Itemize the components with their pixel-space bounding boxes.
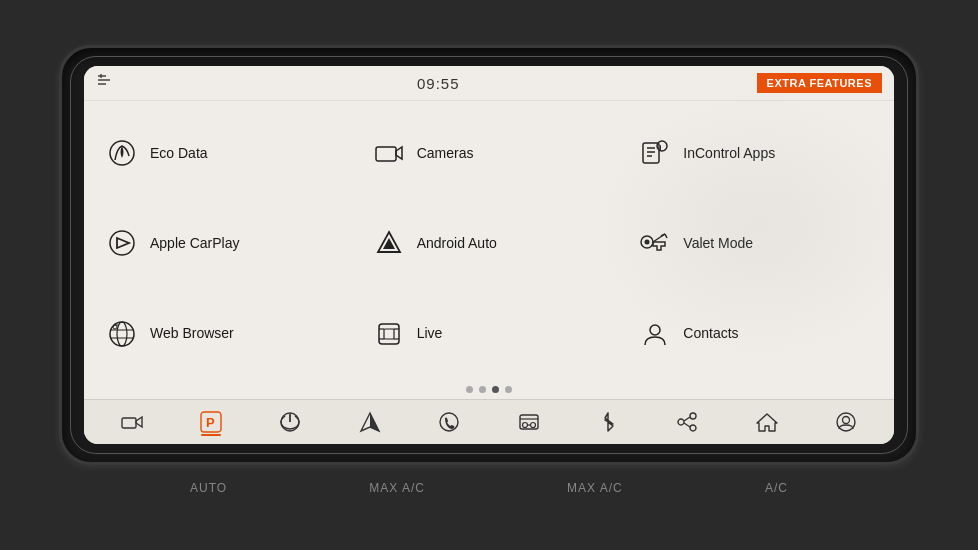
svg-point-34 bbox=[650, 325, 660, 335]
nav-media[interactable] bbox=[510, 406, 548, 438]
svg-marker-54 bbox=[757, 414, 777, 431]
incontrol-apps-item[interactable]: i InControl Apps bbox=[623, 109, 888, 197]
clock-display: 09:55 bbox=[417, 75, 460, 92]
parking-nav-icon: P bbox=[200, 411, 222, 433]
max-ac-label-1: MAX A/C bbox=[369, 481, 425, 495]
incontrol-apps-label: InControl Apps bbox=[683, 145, 775, 162]
connect-nav-icon bbox=[676, 411, 698, 433]
bottom-navigation-bar: P bbox=[84, 399, 894, 444]
ac-label: A/C bbox=[765, 481, 788, 495]
valet-mode-item[interactable]: Valet Mode bbox=[623, 199, 888, 287]
nav-phone[interactable] bbox=[430, 406, 468, 438]
live-item[interactable]: Live bbox=[357, 290, 622, 378]
car-infotainment-surround: 09:55 EXTRA FEATURES Eco Data bbox=[59, 45, 919, 465]
cameras-icon bbox=[371, 135, 407, 171]
contacts-label: Contacts bbox=[683, 325, 738, 342]
svg-rect-28 bbox=[379, 324, 399, 344]
svg-line-52 bbox=[684, 417, 690, 421]
apple-carplay-label: Apple CarPlay bbox=[150, 235, 240, 252]
dot-1[interactable] bbox=[466, 386, 473, 393]
apple-carplay-icon bbox=[104, 225, 140, 261]
svg-point-18 bbox=[645, 240, 650, 245]
eco-data-item[interactable]: Eco Data bbox=[90, 109, 355, 197]
svg-point-26 bbox=[113, 325, 117, 329]
incontrol-apps-icon: i bbox=[637, 135, 673, 171]
profile-nav-icon bbox=[835, 411, 857, 433]
svg-point-51 bbox=[690, 425, 696, 431]
bluetooth-nav-icon bbox=[600, 411, 616, 433]
svg-marker-14 bbox=[117, 238, 129, 248]
svg-rect-5 bbox=[376, 147, 396, 161]
home-nav-icon bbox=[756, 411, 778, 433]
valet-mode-icon bbox=[637, 225, 673, 261]
phone-nav-icon bbox=[438, 411, 460, 433]
svg-point-56 bbox=[843, 417, 850, 424]
dot-4[interactable] bbox=[505, 386, 512, 393]
live-label: Live bbox=[417, 325, 443, 342]
svg-point-46 bbox=[522, 423, 527, 428]
dot-2[interactable] bbox=[479, 386, 486, 393]
web-browser-icon bbox=[104, 316, 140, 352]
cameras-item[interactable]: Cameras bbox=[357, 109, 622, 197]
svg-point-49 bbox=[678, 419, 684, 425]
svg-rect-35 bbox=[122, 418, 136, 428]
screen-header: 09:55 EXTRA FEATURES bbox=[84, 66, 894, 101]
nav-profile[interactable] bbox=[827, 406, 865, 438]
back-button[interactable] bbox=[96, 72, 120, 94]
max-ac-label-2: MAX A/C bbox=[567, 481, 623, 495]
android-auto-item[interactable]: Android Auto bbox=[357, 199, 622, 287]
nav-connect[interactable] bbox=[668, 406, 706, 438]
navigate-nav-icon bbox=[359, 411, 381, 433]
power-nav-icon bbox=[279, 411, 301, 433]
android-auto-icon bbox=[371, 225, 407, 261]
media-nav-icon bbox=[518, 411, 540, 433]
svg-rect-29 bbox=[384, 329, 394, 339]
auto-label: AUTO bbox=[190, 481, 227, 495]
pagination-dots bbox=[84, 382, 894, 399]
svg-point-23 bbox=[117, 322, 127, 346]
eco-data-icon bbox=[104, 135, 140, 171]
android-auto-label: Android Auto bbox=[417, 235, 497, 252]
main-menu-grid: Eco Data Cameras bbox=[84, 101, 894, 382]
nav-navigate[interactable] bbox=[351, 406, 389, 438]
climate-controls: AUTO MAX A/C MAX A/C A/C bbox=[59, 471, 919, 505]
svg-line-53 bbox=[684, 423, 690, 427]
nav-camera[interactable] bbox=[113, 406, 151, 438]
svg-line-21 bbox=[665, 234, 667, 238]
eco-data-label: Eco Data bbox=[150, 145, 208, 162]
contacts-icon bbox=[637, 316, 673, 352]
svg-marker-6 bbox=[396, 147, 402, 159]
svg-point-50 bbox=[690, 413, 696, 419]
nav-home[interactable] bbox=[748, 406, 786, 438]
back-icon bbox=[96, 72, 114, 90]
nav-parking[interactable]: P bbox=[192, 406, 230, 438]
svg-point-47 bbox=[530, 423, 535, 428]
svg-marker-36 bbox=[136, 417, 142, 427]
svg-text:i: i bbox=[660, 144, 662, 151]
svg-text:P: P bbox=[206, 415, 215, 430]
cameras-label: Cameras bbox=[417, 145, 474, 162]
valet-mode-label: Valet Mode bbox=[683, 235, 753, 252]
live-icon bbox=[371, 316, 407, 352]
web-browser-item[interactable]: Web Browser bbox=[90, 290, 355, 378]
apple-carplay-item[interactable]: Apple CarPlay bbox=[90, 199, 355, 287]
web-browser-label: Web Browser bbox=[150, 325, 234, 342]
nav-power[interactable] bbox=[271, 406, 309, 438]
svg-point-43 bbox=[440, 413, 458, 431]
camera-nav-icon bbox=[121, 413, 143, 431]
infotainment-screen: 09:55 EXTRA FEATURES Eco Data bbox=[84, 66, 894, 444]
nav-bluetooth[interactable] bbox=[589, 406, 627, 438]
dot-3[interactable] bbox=[492, 386, 499, 393]
contacts-item[interactable]: Contacts bbox=[623, 290, 888, 378]
extra-features-badge[interactable]: EXTRA FEATURES bbox=[757, 73, 882, 93]
